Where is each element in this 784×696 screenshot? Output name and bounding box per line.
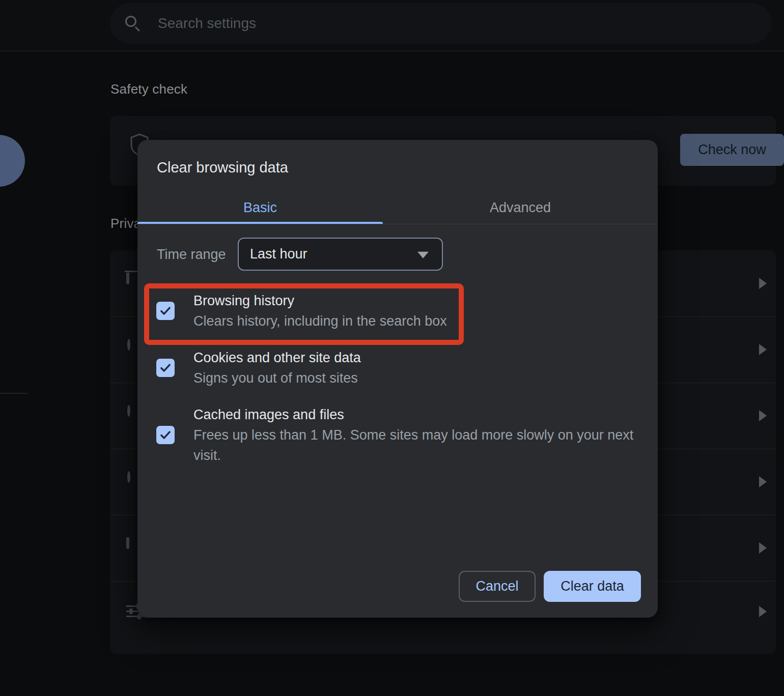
nav-blue-orb	[0, 135, 25, 187]
nav-divider	[0, 393, 27, 394]
chevron-right-icon	[759, 344, 767, 355]
chevron-right-icon	[759, 476, 767, 487]
search-bar[interactable]	[110, 3, 772, 44]
search-icon	[125, 16, 141, 31]
option-description: Frees up less than 1 MB. Some sites may …	[193, 425, 637, 466]
chevron-right-icon	[759, 410, 767, 421]
tab-divider	[137, 224, 658, 224]
chevron-right-icon	[759, 542, 767, 554]
chevron-right-icon	[759, 278, 767, 289]
clear-browsing-data-dialog: Clear browsing data Basic Advanced Time …	[137, 140, 658, 618]
option-title: Cookies and other site data	[193, 347, 361, 368]
option-cookies[interactable]: Cookies and other site data Signs you ou…	[156, 347, 361, 388]
settings-toolbar	[0, 0, 784, 51]
cancel-button[interactable]: Cancel	[459, 571, 536, 602]
tab-basic[interactable]: Basic	[137, 193, 383, 222]
check-now-button[interactable]: Check now	[680, 134, 784, 166]
checkbox-checked-icon[interactable]	[156, 359, 175, 377]
tab-advanced[interactable]: Advanced	[383, 193, 658, 222]
search-input[interactable]	[158, 15, 772, 32]
checkbox-checked-icon[interactable]	[156, 302, 175, 320]
option-description: Signs you out of most sites	[193, 368, 361, 388]
time-range-value: Last hour	[250, 246, 307, 262]
checkbox-checked-icon[interactable]	[156, 426, 175, 444]
safety-check-heading: Safety check	[110, 81, 187, 97]
settings-page: Safety check Check now Privacy and secur…	[0, 0, 784, 696]
time-range-select[interactable]: Last hour	[238, 238, 443, 271]
clear-data-button[interactable]: Clear data	[544, 571, 641, 602]
option-description: Clears history, including in the search …	[193, 311, 447, 331]
option-browsing-history[interactable]: Browsing history Clears history, includi…	[156, 291, 447, 331]
time-range-label: Time range	[157, 246, 226, 263]
option-title: Browsing history	[193, 291, 447, 311]
dropdown-caret-icon	[417, 251, 429, 258]
option-cached-images[interactable]: Cached images and files Frees up less th…	[156, 404, 637, 466]
dialog-title: Clear browsing data	[157, 159, 288, 176]
option-title: Cached images and files	[193, 404, 637, 425]
chevron-right-icon	[759, 606, 767, 617]
